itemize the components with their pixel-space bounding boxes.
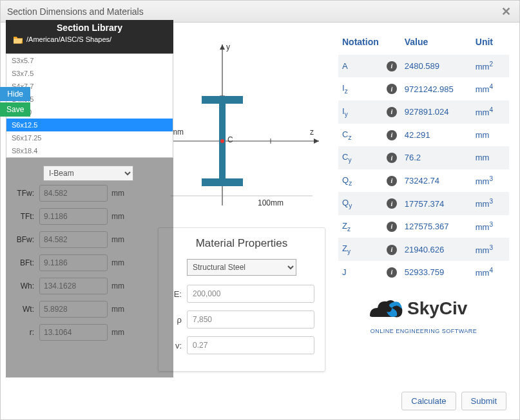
info-icon[interactable]: i bbox=[387, 153, 397, 163]
shape-select[interactable]: I-Beam bbox=[43, 166, 133, 181]
prop-notation: Cy bbox=[338, 146, 383, 169]
dim-label: r: bbox=[11, 328, 34, 337]
mat-label: E: bbox=[169, 289, 182, 299]
prop-value: 17757.374 bbox=[401, 192, 472, 215]
library-item[interactable]: S3x5.7 bbox=[6, 54, 173, 67]
info-icon[interactable]: i bbox=[387, 222, 397, 232]
dim-input[interactable] bbox=[39, 324, 108, 341]
dimension-row: BFt:mm bbox=[11, 254, 145, 271]
dim-input[interactable] bbox=[39, 254, 108, 271]
info-icon[interactable]: i bbox=[387, 176, 397, 186]
material-row: v: bbox=[169, 336, 314, 354]
mat-input[interactable] bbox=[187, 336, 314, 354]
property-row: Izi9721242.985mm4 bbox=[338, 77, 509, 100]
svg-marker-4 bbox=[220, 44, 225, 50]
property-row: Qzi73242.74mm3 bbox=[338, 169, 509, 193]
library-path[interactable]: /American/AISC/S Shapes/ bbox=[26, 35, 111, 43]
folder-icon[interactable] bbox=[12, 35, 23, 43]
prop-unit: mm4 bbox=[472, 100, 509, 124]
material-properties-panel: Material Properties Structural Steel E:ρ… bbox=[158, 227, 325, 372]
prop-unit: mm3 bbox=[472, 215, 509, 238]
calculate-button[interactable]: Calculate bbox=[401, 392, 456, 410]
hide-button[interactable]: Hide bbox=[0, 87, 30, 101]
left-column: Please fill in all fields shown as per d… bbox=[11, 32, 145, 372]
prop-notation: Iz bbox=[338, 77, 383, 100]
library-title: Section Library bbox=[12, 23, 167, 33]
th-unit: Unit bbox=[472, 32, 509, 55]
library-item[interactable]: S4x7.7 bbox=[6, 80, 173, 93]
prop-value: 73242.74 bbox=[401, 169, 472, 193]
middle-column: z y 100mm 100mm bbox=[158, 32, 325, 372]
info-icon[interactable]: i bbox=[387, 84, 397, 94]
library-item[interactable]: S3x7.5 bbox=[6, 67, 173, 80]
info-icon[interactable]: i bbox=[387, 267, 397, 278]
property-row: Ai2480.589mm2 bbox=[338, 55, 509, 77]
prop-value: 127575.367 bbox=[401, 215, 472, 238]
section-diagram: z y 100mm 100mm bbox=[158, 32, 325, 212]
info-icon[interactable]: i bbox=[387, 61, 397, 72]
svg-text:z: z bbox=[310, 128, 314, 137]
prop-value: 21940.626 bbox=[401, 238, 472, 261]
dim-unit: mm bbox=[111, 328, 131, 337]
dim-input[interactable] bbox=[39, 278, 108, 294]
dim-unit: mm bbox=[111, 305, 131, 314]
close-icon[interactable]: ✕ bbox=[499, 5, 513, 19]
mat-input[interactable] bbox=[187, 285, 314, 303]
mat-label: ρ bbox=[169, 315, 182, 325]
save-button[interactable]: Save bbox=[0, 102, 30, 117]
prop-notation: Qy bbox=[338, 192, 383, 215]
library-item[interactable]: S4x9.5 bbox=[6, 93, 173, 106]
dimension-row: TFw:mm bbox=[11, 185, 145, 202]
content-area: Hide Save Please fill in all fields show… bbox=[1, 23, 519, 419]
property-row: Iyi927891.024mm4 bbox=[338, 100, 509, 124]
prop-unit: mm2 bbox=[472, 55, 509, 77]
library-item[interactable]: S5x10 bbox=[6, 106, 173, 119]
th-notation: Notation bbox=[338, 32, 383, 55]
titlebar: Section Dimensions and Materials ✕ bbox=[1, 1, 519, 23]
dim-unit: mm bbox=[111, 282, 131, 291]
dim-input[interactable] bbox=[39, 301, 108, 318]
mat-input[interactable] bbox=[187, 310, 314, 329]
submit-button[interactable]: Submit bbox=[461, 392, 506, 410]
dialog-window: Section Dimensions and Materials ✕ Hide … bbox=[0, 0, 520, 420]
svg-text:100mm: 100mm bbox=[258, 198, 284, 207]
window-title: Section Dimensions and Materials bbox=[7, 6, 144, 17]
prop-notation: Zz bbox=[338, 215, 383, 238]
dim-unit: mm bbox=[111, 258, 131, 267]
library-item[interactable]: S6x17.25 bbox=[6, 131, 173, 144]
info-icon[interactable]: i bbox=[387, 198, 397, 209]
prop-unit: mm bbox=[472, 124, 509, 147]
prop-value: 2480.589 bbox=[401, 55, 472, 77]
section-library-panel: Section Library /American/AISC/S Shapes/… bbox=[6, 20, 173, 181]
dim-label: TFw: bbox=[11, 189, 34, 198]
prop-unit: mm bbox=[472, 146, 509, 169]
svg-text:y: y bbox=[226, 43, 230, 52]
prop-unit: mm4 bbox=[472, 261, 509, 283]
svg-text:C: C bbox=[227, 135, 233, 144]
dimension-row: Wt:mm bbox=[11, 301, 145, 318]
library-item[interactable]: S6x12.5 bbox=[6, 119, 173, 131]
property-row: Zzi127575.367mm3 bbox=[338, 215, 509, 238]
svg-point-13 bbox=[220, 139, 224, 143]
brand-logo: SkyCiv ONLINE ENGINEERING SOFTWARE bbox=[338, 294, 509, 334]
brand-tagline: ONLINE ENGINEERING SOFTWARE bbox=[338, 328, 509, 334]
prop-value: 927891.024 bbox=[401, 100, 472, 124]
info-icon[interactable]: i bbox=[387, 107, 397, 117]
dimension-row: TFt:mm bbox=[11, 208, 145, 225]
library-header: Section Library /American/AISC/S Shapes/ bbox=[6, 20, 173, 53]
info-icon[interactable]: i bbox=[387, 245, 397, 255]
dim-input[interactable] bbox=[39, 208, 108, 225]
dimension-row: r:mm bbox=[11, 324, 145, 341]
prop-notation: Iy bbox=[338, 100, 383, 124]
material-row: ρ bbox=[169, 310, 314, 329]
library-list[interactable]: S3x5.7S3x7.5S4x7.7S4x9.5S5x10S6x12.5S6x1… bbox=[6, 53, 173, 158]
mat-label: v: bbox=[169, 341, 182, 350]
dimension-row: BFw:mm bbox=[11, 231, 145, 248]
info-icon[interactable]: i bbox=[387, 130, 397, 140]
material-select[interactable]: Structural Steel bbox=[187, 259, 296, 276]
dim-label: Wt: bbox=[11, 305, 34, 314]
library-item[interactable]: S8x18.4 bbox=[6, 144, 173, 157]
property-row: Qyi17757.374mm3 bbox=[338, 192, 509, 215]
dim-input[interactable] bbox=[39, 185, 108, 202]
dim-input[interactable] bbox=[39, 231, 108, 248]
